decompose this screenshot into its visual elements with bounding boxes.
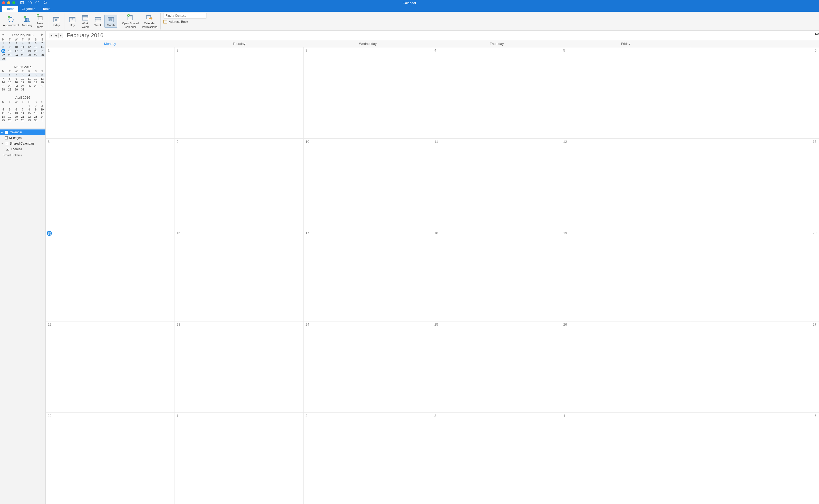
minical-day[interactable]: 1 — [26, 104, 32, 108]
minical-day[interactable]: 24 — [13, 53, 19, 57]
minical-day[interactable]: 15 — [0, 49, 6, 53]
calendar-cell[interactable]: 10 — [304, 139, 432, 230]
minical-day[interactable]: 12 — [26, 45, 32, 49]
calendar-cell[interactable]: 3 — [432, 413, 561, 504]
minical-day[interactable]: 16 — [13, 80, 19, 84]
minical-day[interactable]: 8 — [26, 108, 32, 111]
minical-day[interactable]: 2 — [6, 42, 13, 45]
calendar-cell[interactable]: 24 — [304, 321, 432, 413]
meeting-button[interactable]: Meeting — [21, 15, 34, 27]
minical-day[interactable] — [6, 57, 13, 61]
minical-day[interactable]: 2 — [13, 73, 19, 77]
calendar-cell[interactable]: 23 — [174, 321, 303, 413]
minical-day[interactable]: 20 — [32, 49, 39, 53]
calendar-permissions-button[interactable]: Calendar Permissions — [140, 13, 159, 29]
minical-day[interactable] — [19, 57, 26, 61]
calendar-cell[interactable]: 29 — [46, 413, 174, 504]
minical-day[interactable]: 28 — [0, 88, 6, 91]
calendar-cell[interactable]: 20 — [690, 230, 819, 321]
minical-day[interactable]: 20 — [13, 115, 19, 118]
print-icon[interactable] — [43, 1, 47, 5]
month-view-button[interactable]: Month — [104, 15, 117, 28]
calendar-cell[interactable]: 5 — [690, 413, 819, 504]
find-contact-input[interactable] — [163, 13, 207, 18]
day-view-button[interactable]: Day — [66, 15, 79, 27]
zoom-window-button[interactable] — [12, 1, 15, 4]
minical-day[interactable]: 6 — [13, 108, 19, 111]
minical-day[interactable]: 22 — [6, 84, 13, 88]
minical-day[interactable]: 15 — [26, 111, 32, 115]
minical-day[interactable]: 30 — [32, 118, 39, 122]
minical-day[interactable]: 10 — [13, 45, 19, 49]
minical-day[interactable]: 22 — [26, 115, 32, 118]
minical-day[interactable]: 24 — [19, 84, 26, 88]
minical-day[interactable] — [26, 88, 32, 91]
minical-day[interactable]: 5 — [26, 42, 32, 45]
minical-day[interactable]: 21 — [39, 49, 45, 53]
tree-item-shared-calendars[interactable]: ▼ ✓ Shared Calendars — [0, 141, 45, 146]
calendar-cell[interactable]: 27 — [690, 321, 819, 413]
minical-day[interactable]: 16 — [32, 111, 39, 115]
minical-day[interactable]: 30 — [13, 88, 19, 91]
minical-day[interactable] — [13, 57, 19, 61]
minical-day[interactable]: 10 — [19, 77, 26, 80]
minical-day[interactable]: 26 — [32, 84, 39, 88]
minical-day[interactable]: 25 — [19, 53, 26, 57]
tab-tools[interactable]: Tools — [39, 6, 54, 12]
minical-day[interactable] — [32, 57, 39, 61]
calendar-cell[interactable]: 13 — [690, 139, 819, 230]
calendar-cell[interactable]: 15 — [46, 230, 174, 321]
nav-next-button[interactable]: ▶ — [58, 33, 63, 38]
appointment-button[interactable]: Appointment — [2, 15, 21, 27]
minical-day[interactable] — [13, 104, 19, 108]
minical-day[interactable]: 26 — [26, 53, 32, 57]
today-button[interactable]: Today — [50, 15, 63, 27]
calendar-cell[interactable]: 3 — [304, 47, 432, 139]
calendar-cell[interactable]: 4 — [561, 413, 690, 504]
minical-day[interactable]: 1 — [6, 73, 13, 77]
minical-day[interactable]: 6 — [32, 42, 39, 45]
minical-next-button[interactable]: ▶ — [41, 33, 43, 36]
mini-calendar[interactable]: March 2016MTWTFSS12345678910111213141516… — [0, 64, 45, 91]
minical-day[interactable]: 16 — [6, 49, 13, 53]
minical-day[interactable]: 9 — [13, 77, 19, 80]
minical-day[interactable]: 9 — [32, 108, 39, 111]
minical-day[interactable] — [0, 73, 6, 77]
calendar-cell[interactable]: 8 — [46, 139, 174, 230]
minical-day[interactable]: 5 — [32, 73, 39, 77]
minical-day[interactable]: 12 — [32, 77, 39, 80]
minical-day[interactable]: 13 — [13, 111, 19, 115]
minical-day[interactable]: 29 — [0, 57, 6, 61]
minical-day[interactable]: 7 — [0, 77, 6, 80]
calendar-cell[interactable]: 11 — [432, 139, 561, 230]
calendar-cell[interactable]: 16 — [174, 230, 303, 321]
tree-item-mileages[interactable]: Mileages — [0, 135, 45, 141]
minical-day[interactable]: 17 — [39, 111, 45, 115]
minical-day[interactable]: 18 — [19, 49, 26, 53]
minical-day[interactable]: 27 — [39, 84, 45, 88]
mini-calendar[interactable]: ◀February 2016▶MTWTFSS123456789101112131… — [0, 32, 45, 61]
minical-day[interactable]: 10 — [39, 108, 45, 111]
minical-day[interactable]: 23 — [6, 53, 13, 57]
minical-day[interactable]: 19 — [6, 115, 13, 118]
mini-calendar[interactable]: April 2016MTWTFSS12345678910111213141516… — [0, 95, 45, 122]
minical-day[interactable]: 29 — [6, 88, 13, 91]
undo-icon[interactable] — [28, 1, 32, 5]
minical-day[interactable]: 14 — [19, 111, 26, 115]
tab-home[interactable]: Home — [2, 6, 18, 12]
minical-day[interactable]: 31 — [19, 88, 26, 91]
minical-day[interactable]: 25 — [26, 84, 32, 88]
calendar-cell[interactable]: 2 — [304, 413, 432, 504]
minical-day[interactable]: 17 — [19, 80, 26, 84]
minical-day[interactable]: 15 — [6, 80, 13, 84]
tab-organize[interactable]: Organize — [18, 6, 39, 12]
minical-day[interactable]: 11 — [26, 77, 32, 80]
tree-item-smart-folders[interactable]: Smart Folders — [0, 152, 45, 159]
calendar-cell[interactable]: 5 — [561, 47, 690, 139]
minical-day[interactable]: 28 — [19, 118, 26, 122]
minical-day[interactable]: 27 — [32, 53, 39, 57]
minical-day[interactable]: 7 — [19, 108, 26, 111]
minical-day[interactable]: 23 — [32, 115, 39, 118]
checkbox-icon[interactable]: ✓ — [6, 148, 9, 151]
minical-day[interactable]: 11 — [19, 45, 26, 49]
